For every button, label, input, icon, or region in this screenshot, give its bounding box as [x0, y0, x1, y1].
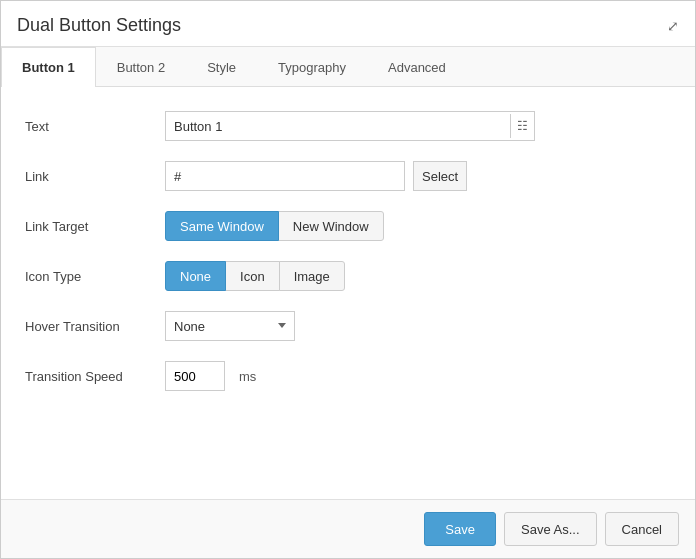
hover-transition-select[interactable]: None Fade Slide Bounce	[165, 311, 295, 341]
icon-type-control: None Icon Image	[165, 261, 345, 291]
dialog-title: Dual Button Settings	[17, 15, 181, 36]
icon-type-icon[interactable]: Icon	[225, 261, 280, 291]
cancel-button[interactable]: Cancel	[605, 512, 679, 546]
transition-speed-field-row: Transition Speed ms	[25, 361, 671, 391]
link-target-label: Link Target	[25, 219, 165, 234]
text-expand-icon[interactable]: ☷	[510, 114, 534, 138]
tab-style[interactable]: Style	[186, 47, 257, 87]
text-input[interactable]	[166, 112, 510, 140]
icon-type-field-row: Icon Type None Icon Image	[25, 261, 671, 291]
icon-type-image[interactable]: Image	[279, 261, 345, 291]
link-field-row: Link Select	[25, 161, 671, 191]
dialog-footer: Save Save As... Cancel	[1, 499, 695, 558]
save-button[interactable]: Save	[424, 512, 496, 546]
dialog-header: Dual Button Settings ⤢	[1, 1, 695, 47]
transition-speed-input[interactable]	[165, 361, 225, 391]
tab-button1[interactable]: Button 1	[1, 47, 96, 87]
content-area: Text ☷ Link Select Link Target Same Wind…	[1, 87, 695, 499]
tab-typography[interactable]: Typography	[257, 47, 367, 87]
icon-type-none[interactable]: None	[165, 261, 226, 291]
text-input-wrapper: ☷	[165, 111, 535, 141]
text-field-row: Text ☷	[25, 111, 671, 141]
transition-speed-control: ms	[165, 361, 256, 391]
link-target-new-window[interactable]: New Window	[278, 211, 384, 241]
hover-transition-control: None Fade Slide Bounce	[165, 311, 295, 341]
save-as-button[interactable]: Save As...	[504, 512, 597, 546]
dialog: Dual Button Settings ⤢ Button 1 Button 2…	[0, 0, 696, 559]
hover-transition-label: Hover Transition	[25, 319, 165, 334]
hover-transition-field-row: Hover Transition None Fade Slide Bounce	[25, 311, 671, 341]
icon-type-label: Icon Type	[25, 269, 165, 284]
text-label: Text	[25, 119, 165, 134]
icon-type-btngroup: None Icon Image	[165, 261, 345, 291]
transition-speed-label: Transition Speed	[25, 369, 165, 384]
link-target-control: Same Window New Window	[165, 211, 384, 241]
link-target-same-window[interactable]: Same Window	[165, 211, 279, 241]
text-control: ☷	[165, 111, 535, 141]
tab-advanced[interactable]: Advanced	[367, 47, 467, 87]
ms-unit-label: ms	[239, 369, 256, 384]
tabs-bar: Button 1 Button 2 Style Typography Advan…	[1, 47, 695, 87]
link-target-btngroup: Same Window New Window	[165, 211, 384, 241]
link-control: Select	[165, 161, 467, 191]
link-label: Link	[25, 169, 165, 184]
link-select-button[interactable]: Select	[413, 161, 467, 191]
tab-button2[interactable]: Button 2	[96, 47, 186, 87]
link-input[interactable]	[165, 161, 405, 191]
link-target-field-row: Link Target Same Window New Window	[25, 211, 671, 241]
expand-icon[interactable]: ⤢	[667, 18, 679, 34]
